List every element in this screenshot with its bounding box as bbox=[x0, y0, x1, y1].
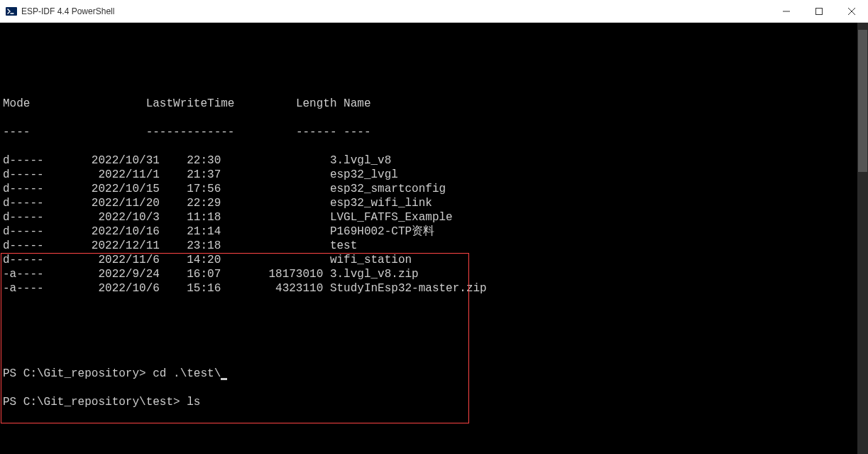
col-length: Length bbox=[296, 97, 337, 110]
window-controls bbox=[770, 0, 868, 22]
table-header: Mode LastWriteTime Length Name bbox=[3, 97, 868, 111]
table-row: -a---- 2022/9/24 16:07 18173010 3.lvgl_v… bbox=[3, 267, 868, 281]
col-length-dash: ------ bbox=[296, 126, 337, 139]
powershell-icon bbox=[6, 6, 17, 17]
prompt-line-2: PS C:\Git_repository\test> ls bbox=[3, 395, 868, 409]
cursor-icon bbox=[221, 378, 227, 380]
col-lastwrite: LastWriteTime bbox=[146, 97, 235, 110]
table-row: d----- 2022/10/3 11:18 LVGL_FATFS_Exampl… bbox=[3, 210, 868, 225]
prompt-prefix: PS C:\Git_repository> bbox=[3, 367, 153, 380]
table-row: d----- 2022/10/15 17:56 esp32_smartconfi… bbox=[3, 182, 868, 196]
minimize-button[interactable] bbox=[770, 0, 803, 22]
blank-line bbox=[3, 40, 868, 54]
blank-line bbox=[3, 338, 868, 352]
command-text: ls bbox=[187, 396, 200, 409]
table-header-dashes: ---- ------------- ------ ---- bbox=[3, 125, 868, 139]
col-mode: Mode bbox=[3, 97, 30, 110]
prompt-line-1: PS C:\Git_repository> cd .\test\ bbox=[3, 367, 868, 381]
table-row: d----- 2022/11/1 21:37 esp32_lvgl bbox=[3, 168, 868, 182]
terminal-area[interactable]: Mode LastWriteTime Length Name ---- ----… bbox=[0, 23, 868, 454]
scrollbar-thumb[interactable] bbox=[858, 30, 867, 172]
table-row: d----- 2022/11/6 14:20 wifi_station bbox=[3, 253, 868, 267]
col-name-dash: ---- bbox=[344, 126, 370, 139]
table-row: d----- 2022/10/31 22:30 3.lvgl_v8 bbox=[3, 153, 868, 168]
close-button[interactable] bbox=[835, 0, 868, 22]
col-lastwrite-dash: ------------- bbox=[146, 126, 235, 139]
col-name: Name bbox=[344, 97, 370, 110]
table-row: -a---- 2022/10/6 15:16 4323110 StudyInEs… bbox=[3, 281, 868, 296]
blank-line bbox=[3, 310, 868, 324]
col-mode-dash: ---- bbox=[3, 126, 30, 139]
maximize-button[interactable] bbox=[803, 0, 835, 22]
listing-1: d----- 2022/10/31 22:30 3.lvgl_v8d----- … bbox=[3, 153, 868, 296]
window-title: ESP-IDF 4.4 PowerShell bbox=[21, 6, 770, 16]
scrollbar[interactable] bbox=[857, 23, 868, 454]
table-row: d----- 2022/12/11 23:18 test bbox=[3, 239, 868, 253]
table-row: d----- 2022/11/20 22:29 esp32_wifi_link bbox=[3, 196, 868, 210]
svg-rect-1 bbox=[816, 8, 823, 14]
table-row: d----- 2022/10/16 21:14 P169H002-CTP资料 bbox=[3, 225, 868, 239]
prompt-prefix: PS C:\Git_repository\test> bbox=[3, 396, 187, 409]
command-text: cd .\test\ bbox=[153, 367, 221, 380]
window-titlebar: ESP-IDF 4.4 PowerShell bbox=[0, 0, 868, 23]
blank-line bbox=[3, 423, 868, 438]
blank-line bbox=[3, 68, 868, 82]
svg-rect-0 bbox=[6, 7, 17, 16]
